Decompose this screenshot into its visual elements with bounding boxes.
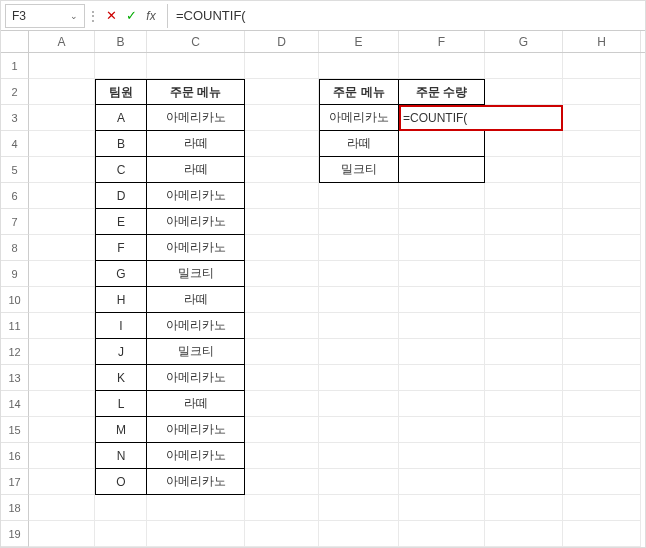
cell-E18[interactable]	[319, 495, 399, 521]
cell-C17[interactable]: 아메리카노	[147, 469, 245, 495]
cell-H1[interactable]	[563, 53, 641, 79]
cell-B8[interactable]: F	[95, 235, 147, 261]
cell-H9[interactable]	[563, 261, 641, 287]
cell-D6[interactable]	[245, 183, 319, 209]
cell-D14[interactable]	[245, 391, 319, 417]
row-header[interactable]: 11	[1, 313, 29, 339]
cell-A9[interactable]	[29, 261, 95, 287]
cell-F7[interactable]	[399, 209, 485, 235]
cell-F9[interactable]	[399, 261, 485, 287]
row-header[interactable]: 15	[1, 417, 29, 443]
cell-B1[interactable]	[95, 53, 147, 79]
cell-G14[interactable]	[485, 391, 563, 417]
cell-D7[interactable]	[245, 209, 319, 235]
cell-H2[interactable]	[563, 79, 641, 105]
cell-A10[interactable]	[29, 287, 95, 313]
cell-A4[interactable]	[29, 131, 95, 157]
cell-G7[interactable]	[485, 209, 563, 235]
select-all-corner[interactable]	[1, 31, 29, 52]
cell-B6[interactable]: D	[95, 183, 147, 209]
cell-D4[interactable]	[245, 131, 319, 157]
cell-E14[interactable]	[319, 391, 399, 417]
cell-D9[interactable]	[245, 261, 319, 287]
cell-H17[interactable]	[563, 469, 641, 495]
cell-E2[interactable]: 주문 메뉴	[319, 79, 399, 105]
cell-B19[interactable]	[95, 521, 147, 547]
cell-E12[interactable]	[319, 339, 399, 365]
cancel-button[interactable]: ✕	[101, 4, 121, 28]
row-header[interactable]: 16	[1, 443, 29, 469]
cell-A19[interactable]	[29, 521, 95, 547]
cell-G4[interactable]	[485, 131, 563, 157]
cell-H11[interactable]	[563, 313, 641, 339]
cell-H18[interactable]	[563, 495, 641, 521]
row-header[interactable]: 10	[1, 287, 29, 313]
cell-C10[interactable]: 라떼	[147, 287, 245, 313]
enter-button[interactable]: ✓	[121, 4, 141, 28]
cell-B10[interactable]: H	[95, 287, 147, 313]
row-header[interactable]: 9	[1, 261, 29, 287]
cell-D18[interactable]	[245, 495, 319, 521]
cell-H7[interactable]	[563, 209, 641, 235]
cell-H19[interactable]	[563, 521, 641, 547]
cell-E4[interactable]: 라떼	[319, 131, 399, 157]
cell-F6[interactable]	[399, 183, 485, 209]
cell-C3[interactable]: 아메리카노	[147, 105, 245, 131]
row-header[interactable]: 17	[1, 469, 29, 495]
cell-G8[interactable]	[485, 235, 563, 261]
cell-C15[interactable]: 아메리카노	[147, 417, 245, 443]
cell-A7[interactable]	[29, 209, 95, 235]
formula-input[interactable]: =COUNTIF(	[167, 4, 645, 28]
cell-H8[interactable]	[563, 235, 641, 261]
cell-C4[interactable]: 라떼	[147, 131, 245, 157]
row-header[interactable]: 19	[1, 521, 29, 547]
cell-F11[interactable]	[399, 313, 485, 339]
cell-B12[interactable]: J	[95, 339, 147, 365]
cell-D10[interactable]	[245, 287, 319, 313]
cell-A15[interactable]	[29, 417, 95, 443]
cell-B7[interactable]: E	[95, 209, 147, 235]
column-header-B[interactable]: B	[95, 31, 147, 52]
cell-H13[interactable]	[563, 365, 641, 391]
cell-G6[interactable]	[485, 183, 563, 209]
cell-C7[interactable]: 아메리카노	[147, 209, 245, 235]
name-box[interactable]: F3 ⌄	[5, 4, 85, 28]
cell-C1[interactable]	[147, 53, 245, 79]
cell-A1[interactable]	[29, 53, 95, 79]
cell-A12[interactable]	[29, 339, 95, 365]
cell-C2[interactable]: 주문 메뉴	[147, 79, 245, 105]
cell-F2[interactable]: 주문 수량	[399, 79, 485, 105]
cell-D13[interactable]	[245, 365, 319, 391]
cell-F17[interactable]	[399, 469, 485, 495]
cell-F15[interactable]	[399, 417, 485, 443]
column-header-E[interactable]: E	[319, 31, 399, 52]
row-header[interactable]: 18	[1, 495, 29, 521]
cell-B4[interactable]: B	[95, 131, 147, 157]
cell-E5[interactable]: 밀크티	[319, 157, 399, 183]
cell-F16[interactable]	[399, 443, 485, 469]
row-header[interactable]: 6	[1, 183, 29, 209]
cell-G15[interactable]	[485, 417, 563, 443]
cell-H6[interactable]	[563, 183, 641, 209]
cell-E17[interactable]	[319, 469, 399, 495]
cell-G13[interactable]	[485, 365, 563, 391]
cell-B2[interactable]: 팀원	[95, 79, 147, 105]
cell-B11[interactable]: I	[95, 313, 147, 339]
cell-E10[interactable]	[319, 287, 399, 313]
cell-E6[interactable]	[319, 183, 399, 209]
row-header[interactable]: 5	[1, 157, 29, 183]
cell-H10[interactable]	[563, 287, 641, 313]
cell-B3[interactable]: A	[95, 105, 147, 131]
cell-G9[interactable]	[485, 261, 563, 287]
cell-F10[interactable]	[399, 287, 485, 313]
cell-B17[interactable]: O	[95, 469, 147, 495]
cell-E3[interactable]: 아메리카노	[319, 105, 399, 131]
cell-B16[interactable]: N	[95, 443, 147, 469]
cell-E16[interactable]	[319, 443, 399, 469]
cell-A14[interactable]	[29, 391, 95, 417]
cell-B13[interactable]: K	[95, 365, 147, 391]
cell-A17[interactable]	[29, 469, 95, 495]
cell-H16[interactable]	[563, 443, 641, 469]
cell-E7[interactable]	[319, 209, 399, 235]
cell-C9[interactable]: 밀크티	[147, 261, 245, 287]
